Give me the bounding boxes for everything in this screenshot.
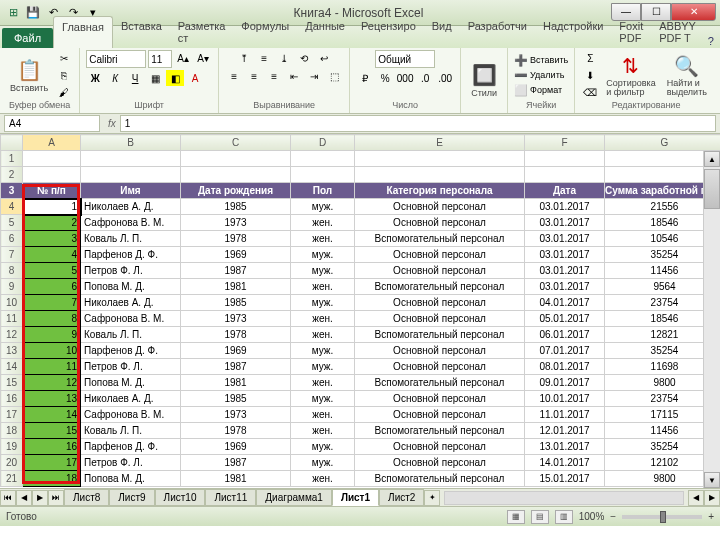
cell[interactable]: Основной персонал <box>355 311 525 327</box>
cell[interactable]: муж. <box>291 359 355 375</box>
tab-формулы[interactable]: Формулы <box>233 16 297 48</box>
sheet-nav-prev[interactable]: ◀ <box>16 490 32 506</box>
format-painter-button[interactable]: 🖌 <box>55 84 73 100</box>
table-header-cell[interactable]: Дата <box>525 183 605 199</box>
sheet-tab-Лист1[interactable]: Лист1 <box>332 489 379 506</box>
cell[interactable]: Основной персонал <box>355 359 525 375</box>
table-header-cell[interactable]: Категория персонала <box>355 183 525 199</box>
format-cells-button[interactable]: ⬜Формат <box>514 84 568 97</box>
row-header[interactable]: 5 <box>1 215 23 231</box>
cell[interactable]: Вспомогательный персонал <box>355 375 525 391</box>
comma-button[interactable]: 000 <box>396 70 414 86</box>
cell[interactable]: Основной персонал <box>355 199 525 215</box>
number-format-select[interactable]: Общий <box>375 50 435 68</box>
help-icon[interactable]: ? <box>704 34 718 48</box>
cell[interactable]: 1987 <box>181 455 291 471</box>
cell[interactable]: Николаев А. Д. <box>81 295 181 311</box>
cell[interactable]: Коваль Л. П. <box>81 231 181 247</box>
cell[interactable]: 03.01.2017 <box>525 231 605 247</box>
horizontal-scrollbar[interactable] <box>444 491 684 505</box>
scroll-down-button[interactable]: ▼ <box>704 472 720 488</box>
row-header[interactable]: 16 <box>1 391 23 407</box>
decrease-indent-button[interactable]: ⇤ <box>285 68 303 84</box>
cell[interactable] <box>23 151 81 167</box>
column-header-F[interactable]: F <box>525 135 605 151</box>
cell[interactable]: Вспомогательный персонал <box>355 471 525 487</box>
hscroll-left-button[interactable]: ◀ <box>688 490 704 506</box>
underline-button[interactable]: Ч <box>126 70 144 86</box>
orientation-button[interactable]: ⟲ <box>295 50 313 66</box>
row-header[interactable]: 17 <box>1 407 23 423</box>
cell[interactable]: Петров Ф. Л. <box>81 359 181 375</box>
row-header[interactable]: 19 <box>1 439 23 455</box>
save-button[interactable]: 💾 <box>24 4 42 22</box>
hscroll-right-button[interactable]: ▶ <box>704 490 720 506</box>
sheet-nav-first[interactable]: ⏮ <box>0 490 16 506</box>
cell[interactable]: 03.01.2017 <box>525 215 605 231</box>
row-header[interactable]: 8 <box>1 263 23 279</box>
cell[interactable]: 12.01.2017 <box>525 423 605 439</box>
cell[interactable] <box>81 151 181 167</box>
tab-надстройки[interactable]: Надстройки <box>535 16 611 48</box>
cell[interactable]: Вспомогательный персонал <box>355 279 525 295</box>
zoom-slider[interactable] <box>622 515 702 519</box>
percent-button[interactable]: % <box>376 70 394 86</box>
cell[interactable]: Основной персонал <box>355 247 525 263</box>
cell[interactable]: 1987 <box>181 359 291 375</box>
cell[interactable]: 1 <box>23 199 81 215</box>
row-header[interactable]: 15 <box>1 375 23 391</box>
row-header[interactable]: 20 <box>1 455 23 471</box>
cell[interactable] <box>525 151 605 167</box>
cell[interactable]: муж. <box>291 455 355 471</box>
decrease-font-button[interactable]: A▾ <box>194 50 212 66</box>
cell[interactable]: 16 <box>23 439 81 455</box>
cell[interactable]: Основной персонал <box>355 455 525 471</box>
cell[interactable]: 07.01.2017 <box>525 343 605 359</box>
cell[interactable]: жен. <box>291 279 355 295</box>
cell[interactable]: Основной персонал <box>355 391 525 407</box>
cell[interactable]: 1978 <box>181 423 291 439</box>
cell[interactable]: Николаев А. Д. <box>81 391 181 407</box>
cell[interactable]: 14 <box>23 407 81 423</box>
column-header-G[interactable]: G <box>605 135 721 151</box>
cell[interactable] <box>181 167 291 183</box>
row-header[interactable]: 2 <box>1 167 23 183</box>
zoom-out-button[interactable]: − <box>610 511 616 522</box>
font-name-select[interactable]: Calibri <box>86 50 146 68</box>
cell[interactable]: Сафронова В. М. <box>81 215 181 231</box>
excel-icon[interactable]: ⊞ <box>4 4 22 22</box>
cell[interactable]: 1978 <box>181 231 291 247</box>
column-header-E[interactable]: E <box>355 135 525 151</box>
font-color-button[interactable]: A <box>186 70 204 86</box>
row-header[interactable]: 4 <box>1 199 23 215</box>
name-box[interactable]: A4 <box>4 115 100 132</box>
file-tab[interactable]: Файл <box>2 28 53 48</box>
sheet-tab-Лист8[interactable]: Лист8 <box>64 489 109 506</box>
cell[interactable]: 04.01.2017 <box>525 295 605 311</box>
fill-button[interactable]: ⬇ <box>581 67 599 83</box>
delete-cells-button[interactable]: ➖Удалить <box>514 69 568 82</box>
find-select-button[interactable]: 🔍 Найти и выделить <box>663 52 711 99</box>
tab-рецензиро[interactable]: Рецензиро <box>353 16 424 48</box>
spreadsheet-grid[interactable]: ABCDEFG 123№ п/пИмяДата рожденияПолКатег… <box>0 134 720 488</box>
wrap-text-button[interactable]: ↩ <box>315 50 333 66</box>
row-header[interactable]: 13 <box>1 343 23 359</box>
table-header-cell[interactable]: Пол <box>291 183 355 199</box>
cell[interactable]: жен. <box>291 311 355 327</box>
cell[interactable]: Основной персонал <box>355 343 525 359</box>
increase-decimal-button[interactable]: .0 <box>416 70 434 86</box>
scroll-up-button[interactable]: ▲ <box>704 151 720 167</box>
sheet-nav-next[interactable]: ▶ <box>32 490 48 506</box>
zoom-in-button[interactable]: + <box>708 511 714 522</box>
page-break-view-button[interactable]: ▥ <box>555 510 573 524</box>
align-center-button[interactable]: ≡ <box>245 68 263 84</box>
sheet-tab-Лист10[interactable]: Лист10 <box>155 489 206 506</box>
column-header-C[interactable]: C <box>181 135 291 151</box>
cell[interactable]: 1985 <box>181 199 291 215</box>
cell[interactable] <box>291 151 355 167</box>
cell[interactable]: 4 <box>23 247 81 263</box>
font-size-select[interactable]: 11 <box>148 50 172 68</box>
cell[interactable]: муж. <box>291 263 355 279</box>
vertical-scrollbar[interactable]: ▲ ▼ <box>703 151 720 488</box>
clear-button[interactable]: ⌫ <box>581 84 599 100</box>
